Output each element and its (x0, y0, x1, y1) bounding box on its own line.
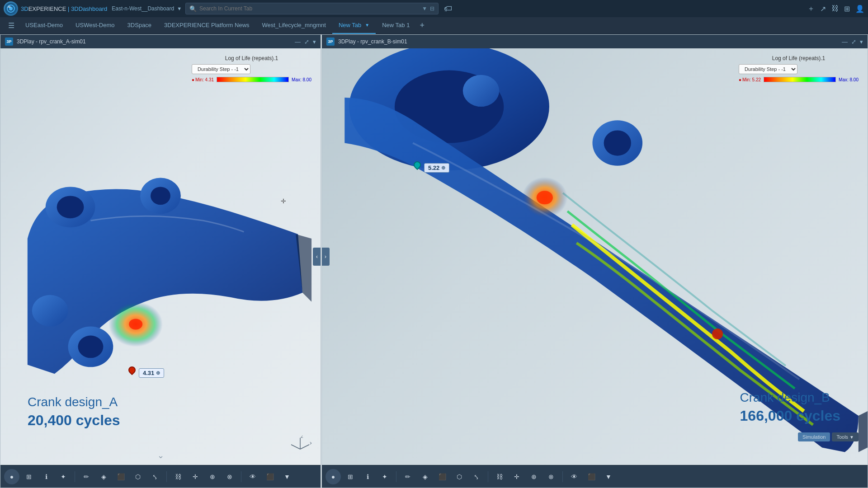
tb-move-btn-left[interactable]: ✛ (188, 469, 203, 484)
tb-dropdown-btn-right[interactable]: ▼ (601, 469, 616, 484)
panel-right-close[interactable]: ▾ (860, 38, 863, 45)
tb-play-btn-right[interactable]: ● (326, 469, 341, 484)
tb-move-btn-right[interactable]: ✛ (509, 469, 524, 484)
svg-point-7 (151, 187, 170, 205)
grid-settings-btn[interactable]: ⊞ (844, 5, 850, 13)
tag-icon-btn[interactable]: 🏷 (444, 4, 452, 14)
panel-right-expand[interactable]: ⤢ (851, 38, 856, 45)
tb-dropdown-btn-left[interactable]: ▼ (279, 469, 295, 484)
pin-label-a[interactable]: 4.31 ⊕ (139, 368, 164, 378)
tb-box-solid-btn-right[interactable]: ⬛ (584, 469, 599, 484)
tab-lifecycle[interactable]: West_Lifecycle_mngmnt (256, 17, 332, 34)
tb-zoom-btn-left[interactable]: ⊕ (205, 469, 220, 484)
dashboard-dropdown-btn[interactable]: ▼ (177, 6, 182, 11)
link-btn[interactable]: ⛓ (831, 5, 839, 13)
scroll-chevron-left[interactable]: ⌄ (157, 450, 164, 460)
tb-red-tool-btn-left[interactable]: ⬛ (113, 469, 128, 484)
hamburger-btn[interactable]: ☰ (4, 17, 19, 34)
panel-left-expand[interactable]: ⤢ (304, 38, 309, 45)
panel-left-close[interactable]: ▾ (313, 38, 316, 45)
pin-label-b[interactable]: 5.22 ⊕ (424, 163, 449, 173)
main-content: 3P 3DPlay - rpv_crank_A-sim01 — ⤢ ▾ Log … (0, 34, 868, 488)
tb-zoom2-btn-left[interactable]: ⊗ (222, 469, 237, 484)
toolbar-left: ● ⊞ ℹ ✦ ✏ ◈ ⬛ ⬡ ⤣ ⛓ ✛ ⊕ ⊗ 👁 ⬛ ▼ (0, 465, 321, 488)
tb-chain-btn-left[interactable]: ⛓ (170, 469, 186, 484)
tb-color-btn-right[interactable]: ◈ (417, 469, 433, 484)
pin-value-b: 5.22 (428, 164, 439, 171)
model-left-bg: Log of Life (repeats).1 Durability Step … (0, 48, 321, 465)
svg-point-5 (57, 196, 84, 218)
add-tab-btn[interactable]: + (416, 17, 428, 34)
panel-right: 3P 3DPlay - rpv_crank_B-sim01 — ⤢ ▾ Log … (321, 34, 868, 488)
svg-text:X: X (310, 441, 311, 446)
tab-uswest[interactable]: USWest-Demo (69, 17, 121, 34)
sim-tools-dropdown-icon[interactable]: ▼ (849, 435, 854, 440)
tb-cube-wire-btn-right[interactable]: ⬡ (452, 469, 467, 484)
toolbar-right: ● ⊞ ℹ ✦ ✏ ◈ ⬛ ⬡ ⤣ ⛓ ✛ ⊕ ⊗ 👁 ⬛ ▼ (322, 465, 868, 488)
pin-body-b (412, 160, 423, 170)
brand-sep: | (66, 5, 71, 12)
cursor-indicator: ✛ (281, 197, 286, 205)
tb-transform-btn-right[interactable]: ✦ (377, 469, 392, 484)
search-input[interactable] (199, 5, 419, 12)
design-name-b: Crank design_B (740, 390, 840, 405)
filter-icon[interactable]: ▼ (422, 5, 427, 12)
sim-tab-tools[interactable]: Tools ▼ (832, 432, 859, 441)
tb-box-out-btn-left[interactable]: ⤣ (147, 469, 163, 484)
tb-info-btn-left[interactable]: ℹ (38, 469, 54, 484)
tb-layers-btn-right[interactable]: ⊞ (343, 469, 358, 484)
panel-left-header: 3P 3DPlay - rpv_crank_A-sim01 — ⤢ ▾ (0, 35, 321, 48)
tb-chain-btn-right[interactable]: ⛓ (492, 469, 507, 484)
svg-point-22 (604, 130, 631, 155)
tb-red-tool-btn-right[interactable]: ⬛ (434, 469, 450, 484)
tb-pencil-btn-right[interactable]: ✏ (400, 469, 415, 484)
filter-funnel-icon[interactable]: ⊟ (430, 5, 434, 12)
tb-cube-wire-btn-left[interactable]: ⬡ (130, 469, 146, 484)
design-cycles-a: 20,400 cycles (28, 412, 120, 429)
axis-indicator-left: X Z (289, 436, 311, 456)
tb-pencil-btn-left[interactable]: ✏ (79, 469, 94, 484)
tb-box-solid-btn-left[interactable]: ⬛ (262, 469, 278, 484)
panel-left: 3P 3DPlay - rpv_crank_A-sim01 — ⤢ ▾ Log … (0, 34, 321, 488)
tb-play-btn-left[interactable]: ● (4, 469, 19, 484)
tab-3dspace[interactable]: 3DSpace (121, 17, 158, 34)
brand-3d: 3D (21, 5, 28, 12)
tb-zoom2-btn-right[interactable]: ⊗ (543, 469, 559, 484)
tb-layers-btn-left[interactable]: ⊞ (21, 469, 37, 484)
share-btn[interactable]: ↗ (820, 5, 826, 13)
add-btn[interactable]: ＋ (807, 4, 815, 14)
svg-text:3D: 3D (8, 5, 11, 8)
tab-useast[interactable]: USEast-Demo (19, 17, 69, 34)
annotation-pin-b: 5.22 ⊕ (412, 161, 449, 174)
tab-newtab1[interactable]: New Tab 1 (376, 17, 416, 34)
tab-news[interactable]: 3DEXPERIENCE Platform News (158, 17, 256, 34)
tb-info-btn-right[interactable]: ℹ (360, 469, 375, 484)
tb-zoom-btn-right[interactable]: ⊕ (526, 469, 542, 484)
panel-right-viewport: Log of Life (repeats).1 Durability Step … (322, 48, 868, 465)
tb-eye-btn-left[interactable]: 👁 (245, 469, 260, 484)
tb-color-btn-left[interactable]: ◈ (96, 469, 111, 484)
panel-left-viewport: Log of Life (repeats).1 Durability Step … (0, 48, 321, 465)
tab-newtab-dropdown-icon[interactable]: ▼ (365, 23, 369, 28)
design-label-a: Crank design_A 20,400 cycles (28, 395, 120, 429)
tab-newtab[interactable]: New Tab ▼ (332, 17, 376, 34)
collapse-arrow-right[interactable]: › (322, 248, 330, 266)
sim-tab-simulation[interactable]: Simulation (798, 432, 830, 441)
collapse-arrow-left[interactable]: ‹ (313, 248, 321, 266)
svg-text:Z: Z (301, 436, 303, 439)
pin-crosshair-a[interactable]: ⊕ (156, 370, 160, 376)
model-right-bg: Log of Life (repeats).1 Durability Step … (322, 48, 868, 465)
tb-sep2-right (488, 471, 488, 482)
brand-exp: EXPERIENCE (28, 5, 66, 12)
sim-tabs: Simulation Tools ▼ (798, 432, 859, 441)
tb-transform-btn-left[interactable]: ✦ (56, 469, 71, 484)
tb-box-out-btn-right[interactable]: ⤣ (469, 469, 484, 484)
pin-marker-a (127, 366, 137, 379)
panel-left-minimize[interactable]: — (295, 38, 301, 45)
svg-point-12 (129, 319, 142, 330)
tb-eye-btn-right[interactable]: 👁 (566, 469, 582, 484)
user-account-btn[interactable]: 👤 (855, 5, 864, 13)
pin-crosshair-b[interactable]: ⊕ (441, 165, 445, 171)
panel-right-title: 3DPlay - rpv_crank_B-sim01 (338, 38, 838, 45)
panel-right-minimize[interactable]: — (842, 38, 848, 45)
